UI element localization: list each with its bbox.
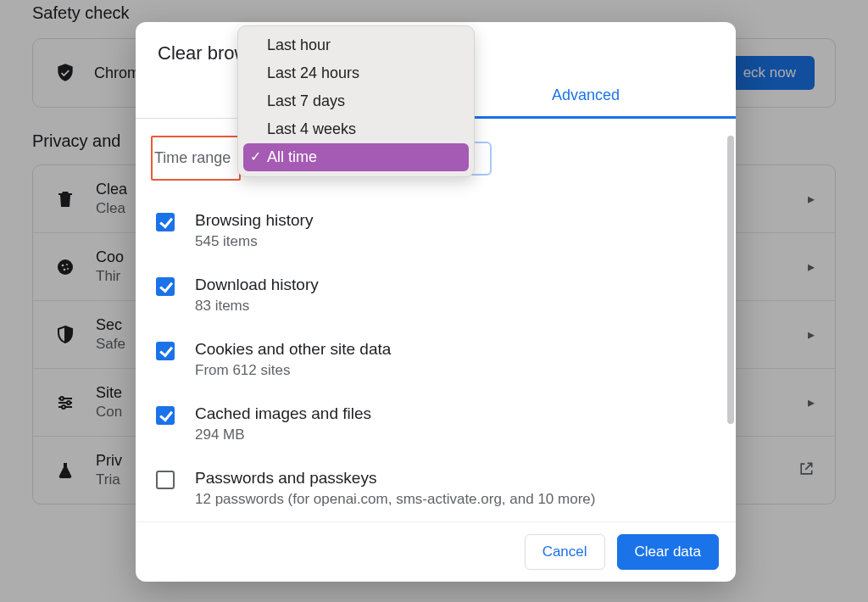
clear-data-option: Download history83 items (151, 269, 721, 333)
option-title: Browsing history (195, 211, 715, 230)
checkbox[interactable] (156, 406, 175, 425)
option-title: Passwords and passkeys (195, 469, 715, 488)
time-range-dropdown: Last hourLast 24 hoursLast 7 daysLast 4 … (237, 25, 475, 177)
option-text: Cached images and files294 MB (195, 404, 715, 443)
dropdown-option[interactable]: Last 24 hours (243, 59, 469, 87)
option-text: Passwords and passkeys12 passwords (for … (195, 469, 715, 508)
time-range-label: Time range (154, 149, 231, 166)
option-title: Download history (195, 276, 715, 294)
checkbox[interactable] (156, 471, 175, 489)
clear-data-option: Passwords and passkeys12 passwords (for … (151, 462, 721, 521)
option-title: Cookies and other site data (195, 340, 715, 359)
option-subtitle: 12 passwords (for openai.com, sms-activa… (195, 491, 715, 508)
dropdown-option[interactable]: All time (243, 143, 469, 171)
option-text: Cookies and other site dataFrom 612 site… (195, 340, 715, 379)
dropdown-option[interactable]: Last 4 weeks (243, 115, 469, 143)
checkbox[interactable] (156, 342, 175, 360)
clear-data-options: Browsing history545 itemsDownload histor… (151, 204, 721, 521)
clear-data-option: Browsing history545 items (151, 204, 721, 269)
clear-data-option: Cookies and other site dataFrom 612 site… (151, 333, 721, 398)
option-subtitle: 83 items (195, 298, 715, 315)
tab-advanced[interactable]: Advanced (436, 71, 736, 119)
option-text: Browsing history545 items (195, 211, 715, 250)
time-range-label-highlight: Time range (151, 136, 241, 181)
dialog-footer: Cancel Clear data (136, 521, 736, 582)
option-subtitle: 294 MB (195, 426, 715, 443)
option-subtitle: From 612 sites (195, 362, 715, 379)
dropdown-option[interactable]: Last 7 days (243, 87, 469, 115)
option-text: Download history83 items (195, 276, 715, 315)
checkbox[interactable] (156, 277, 175, 296)
dialog-body: Time range Browsing history545 itemsDown… (136, 119, 736, 521)
scrollbar[interactable] (727, 136, 734, 424)
option-subtitle: 545 items (195, 233, 715, 250)
checkbox[interactable] (156, 213, 175, 231)
clear-data-option: Cached images and files294 MB (151, 398, 721, 462)
clear-data-button[interactable]: Clear data (617, 534, 719, 570)
cancel-button[interactable]: Cancel (525, 534, 605, 570)
dropdown-option[interactable]: Last hour (243, 31, 469, 59)
option-title: Cached images and files (195, 404, 715, 423)
